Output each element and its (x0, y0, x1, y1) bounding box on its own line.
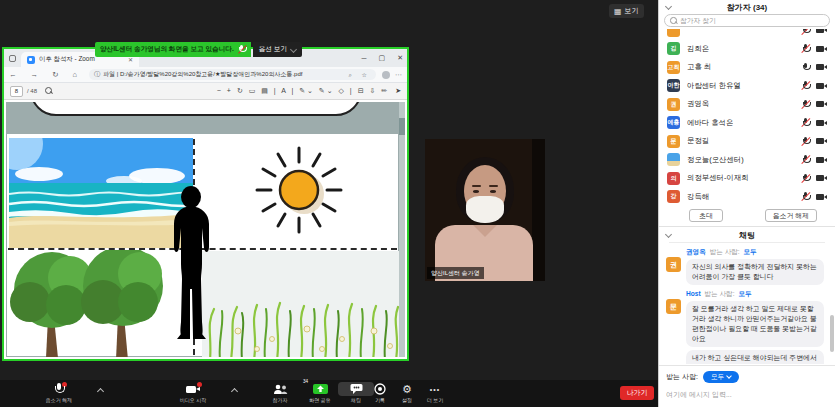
address-bar[interactable]: ⓘ 파일 | D:/송가영/발달%20강의%20참고용/★발달장애인과%20의사… (89, 69, 376, 80)
participant-row[interactable] (659, 29, 835, 40)
address-icons[interactable]: ⌕ ☆ (349, 71, 371, 79)
chat-sender: Host (686, 290, 701, 297)
meeting-toolbar: 음소거 해제 비디오 시작 34 참가자 화면 공유 채팅 (0, 380, 658, 407)
view-options-button[interactable]: 옵션 보기 (253, 42, 302, 57)
nav-icons[interactable]: ← → ↻ ⌂ (9, 70, 83, 79)
settings-button[interactable]: ⚙ 설정 (392, 382, 422, 403)
video-background-edge (532, 139, 545, 281)
trees-illustration (8, 250, 180, 357)
mic-muted-icon[interactable] (801, 99, 810, 109)
mic-muted-icon[interactable] (801, 155, 810, 165)
avatar: 강 (667, 190, 680, 203)
camera-off-icon[interactable] (816, 63, 827, 71)
share-banner-text: 양산IL센터 송가영님의 화면을 보고 있습니다. (100, 45, 234, 54)
chat-scrollbar-thumb[interactable] (830, 315, 834, 352)
participants-list[interactable]: 김 김희은 고최 고흥 최 아한 아람센터 한유열 권 권영옥 에홍 에 (659, 29, 835, 208)
avatar: 권 (666, 257, 681, 272)
muted-mic-icon (238, 45, 246, 54)
mic-muted-icon[interactable] (801, 136, 810, 146)
browser-right-controls: ⋯ (382, 71, 402, 79)
mic-muted-icon[interactable] (801, 192, 810, 202)
pdf-pin-icon[interactable]: ➤ (395, 87, 401, 95)
camera-off-icon[interactable] (816, 137, 827, 145)
sun-illustration (236, 142, 366, 242)
browser-more-icon[interactable]: ⋯ (395, 71, 402, 79)
start-video-button[interactable]: 비디오 시작 (162, 382, 224, 403)
browser-navbar: ← → ↻ ⌂ ⓘ 파일 | D:/송가영/발달%20강의%20참고용/★발달장… (4, 67, 407, 83)
mic-options-chevron[interactable] (98, 388, 104, 394)
avatar (667, 29, 680, 37)
mic-alert-badge (62, 382, 67, 387)
recipient-selector[interactable]: 모두 (703, 371, 739, 383)
unmute-all-button[interactable]: 음소거 해제 (765, 209, 817, 222)
chat-bubble: 자신의 의사를 정확하게 전달하지 못하는 어려움이 가장 클듯 합니다 (686, 259, 824, 285)
zoom-app-icon (27, 56, 35, 64)
pdf-toolbar-icons[interactable]: − + ↻ ▭ ▤ | A | ✎⌄ ✎⌄ ◇ | ⊟ ⇩ ✏ (217, 87, 389, 95)
maximize-button[interactable]: ▢ (379, 54, 386, 62)
pdf-search-icon[interactable] (45, 87, 53, 95)
minimize-button[interactable]: ─ (362, 55, 367, 62)
slide-rounded-box (30, 102, 362, 116)
mic-muted-icon[interactable] (801, 44, 810, 54)
camera-off-icon[interactable] (816, 82, 827, 90)
participant-row[interactable]: 고최 고흥 최 (659, 58, 835, 77)
participants-title: 참가자 (34) (659, 2, 835, 13)
mic-muted-icon[interactable] (801, 29, 810, 35)
participant-search[interactable] (664, 14, 830, 27)
invite-button[interactable]: 초대 (689, 209, 723, 222)
participant-row[interactable]: 의 의정부센터-이재희 (659, 169, 835, 188)
tab-actions-icon[interactable] (9, 55, 16, 62)
participant-search-input[interactable] (680, 17, 824, 24)
participant-row[interactable]: 아한 아람센터 한유열 (659, 77, 835, 96)
participants-icon (273, 384, 288, 395)
avatar: 문 (666, 299, 681, 314)
mic-on-icon[interactable] (801, 62, 810, 72)
participant-row[interactable]: 강 강득해 (659, 188, 835, 207)
mic-muted-icon[interactable] (801, 81, 810, 91)
face-mask (466, 196, 504, 223)
screen-share-banner: 양산IL센터 송가영님의 화면을 보고 있습니다. 옵션 보기 (95, 42, 302, 57)
participant-row[interactable] (659, 206, 835, 208)
view-button[interactable]: ▦ 보기 (609, 4, 644, 18)
more-button[interactable]: ••• 더 보기 (420, 382, 450, 403)
participant-row[interactable]: 문 문정길 (659, 132, 835, 151)
camera-off-icon[interactable] (816, 45, 827, 53)
avatar: 고최 (667, 61, 680, 74)
camera-off-icon[interactable] (816, 193, 827, 201)
pdf-scrollbar[interactable] (399, 102, 405, 357)
participant-row[interactable]: 권 권영옥 (659, 95, 835, 114)
chat-sender: 권영옥 (686, 248, 706, 255)
panel-divider (659, 226, 835, 227)
leave-meeting-button[interactable]: 나가기 (620, 386, 654, 400)
pdf-scrollbar-thumb[interactable] (399, 118, 405, 135)
chat-messages[interactable]: 권 권영옥 받는 사람: 모두 자신의 의사를 정확하게 전달하지 못하는 어려… (659, 244, 835, 364)
avatar: 권 (667, 98, 680, 111)
camera-off-icon[interactable] (816, 174, 827, 182)
camera-alert-badge (197, 382, 202, 387)
chat-title: 채팅 (659, 230, 835, 241)
participant-row[interactable]: 에홍 에바다 홍석은 (659, 114, 835, 133)
camera-icon (186, 383, 200, 395)
page-total: / 48 (27, 88, 37, 94)
participant-row[interactable]: 김 김희은 (659, 40, 835, 59)
unmute-button[interactable]: 음소거 해제 (28, 382, 90, 403)
camera-off-icon[interactable] (816, 156, 827, 164)
participants-button[interactable]: 34 참가자 (260, 382, 300, 403)
chat-message-input[interactable] (666, 391, 828, 398)
mic-muted-icon[interactable] (801, 173, 810, 183)
mic-muted-icon[interactable] (801, 118, 810, 128)
close-button[interactable]: ✕ (397, 54, 403, 62)
camera-off-icon[interactable] (816, 119, 827, 127)
profile-avatar[interactable] (382, 71, 390, 79)
chat-bubble: 내가 하고 싶은대로 해야되는데 주변에서 대신 선택 하니까 힘들어요 (686, 350, 824, 364)
view-options-label: 옵션 보기 (259, 45, 287, 54)
video-options-chevron[interactable] (232, 388, 238, 394)
camera-off-icon[interactable] (816, 29, 827, 34)
share-screen-button[interactable]: 화면 공유 (300, 382, 340, 403)
participant-video-tile[interactable]: 양산IL센터 송가영 (425, 139, 545, 281)
camera-off-icon[interactable] (816, 100, 827, 108)
avatar-photo (667, 153, 680, 166)
participant-row[interactable]: 정오늘(오산센터) (659, 151, 835, 170)
page-number-input[interactable]: 8 (10, 86, 23, 97)
tab-close-icon[interactable]: ✕ (128, 56, 133, 63)
